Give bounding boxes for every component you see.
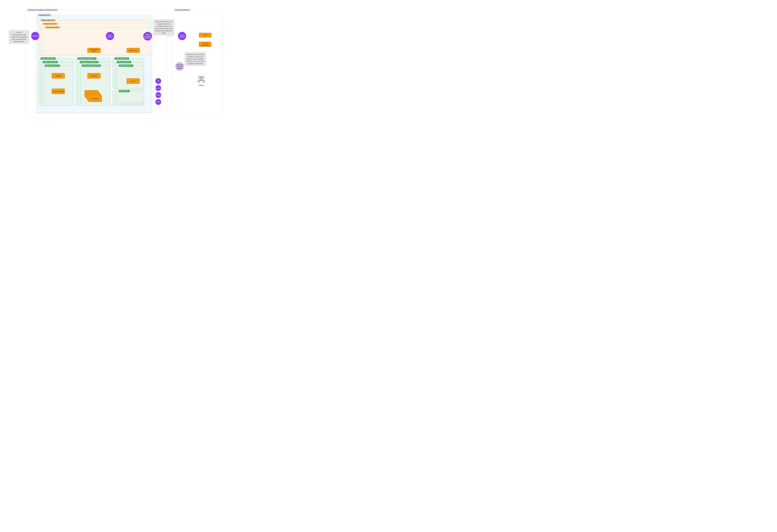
ecr-circle: ECR [155,99,161,105]
ws-az1-label: Workspace Subnet AZ1 [78,57,96,60]
dynamodb-text: DynamoDB [155,87,161,89]
cellstate-box: cellstate [51,73,65,79]
ws-az2-label: Workspace Subnet AZ2 [80,61,99,63]
mgmt-subnet-az3: Mgmt Subnet AZ3 [43,66,73,106]
svg-point-3 [199,76,201,78]
users-icon-group: Users [197,75,206,86]
igw-text: [Optional] Internet Gateway [176,64,183,69]
note-top-text: Only a /25 needs to be routable from the… [155,21,173,34]
relay-az1-label: Relay Subnet AZ1 [40,19,56,21]
server-text: server [131,80,135,82]
dynamodb-circle: DynamoDB [155,85,161,91]
tg-circle: Transit Gateway [178,32,186,40]
note-top: Only a /25 needs to be routable from the… [153,19,175,35]
svg-point-4 [202,76,204,78]
meta-subnet-az3: Meta Subnet AZ3 [117,66,144,89]
meta-nlb-text: Meta NLB [129,49,137,51]
db-subnet-3: DB Subnets [117,91,144,103]
users-label: Users [197,84,206,86]
meta-az2-label: Meta Subnet AZ2 [117,61,131,63]
nat-text: NAT Gateway [106,34,113,38]
relay-az3-label: Relay Subnet AZ3 [45,26,60,28]
mgmt-az3-label: Mgmt Subnet AZ3 [45,65,60,67]
mgmt-az2-label: Mgmt Subnet AZ2 [43,61,58,63]
note-left: Used for communication with control plan… [9,30,29,44]
dedicated-label: Dedicated Installation & AWS Account [27,9,58,11]
mgmt-az1-label: Mgmt Subnet AZ1 [40,57,56,60]
workspace-box: workspace [88,95,102,102]
s3-text: S3 [157,80,159,82]
ws-az3-label: Workspace Subnet AZ3 [82,65,101,67]
customer-label: Customer Network [174,9,191,11]
tga-text: Transit Gateway Attachment [144,34,152,39]
cluster-fargate-text: cluster Fargate [52,90,64,92]
workspace-text: workspace [91,98,99,99]
workspace-nlb-box: Workspace NLB [87,48,101,53]
cellstate-text: cellstate [55,75,61,77]
cloudwatch-circle: CloudWatch [155,92,161,98]
s3-circle: S3 [155,78,161,84]
meta-nlb-box: Meta NLB [127,48,140,53]
workspace-nlb-text: Workspace NLB [88,48,100,52]
package-repo-text: Package Repository [200,42,211,46]
package-repo-box: Package Repository [199,42,211,47]
cluster-fargate-box: cluster Fargate [51,89,65,94]
vpc-label: Dedicated VPC [38,14,51,16]
meta-az1-label: Meta Subnet AZ1 [115,57,129,60]
privatelink-text: PrivateLink [31,35,39,37]
tga-circle: Transit Gateway Attachment [143,32,152,40]
note-right: Required if users should be able to acce… [185,52,206,66]
meta-az3-label: Meta Subnet AZ3 [119,65,133,67]
ecr-text: ECR [157,101,160,103]
users-icon [197,75,206,83]
igw-circle: [Optional] Internet Gateway [175,62,184,71]
nat-circle: NAT Gateway [106,32,114,40]
server-box: server [126,78,140,84]
privatelink-circle: PrivateLink [31,32,39,40]
tg-text: Transit Gateway [179,34,186,38]
ws-proxy-box: ws-proxy [87,73,101,79]
db-subnets-label: DB Subnets [119,90,130,92]
scm-box: SCM [199,33,211,37]
scm-text: SCM [203,34,207,36]
svg-point-5 [200,77,202,80]
cloudwatch-text: CloudWatch [155,94,162,96]
ws-proxy-text: ws-proxy [91,75,97,77]
relay-az2-label: Relay Subnet AZ2 [43,23,58,25]
